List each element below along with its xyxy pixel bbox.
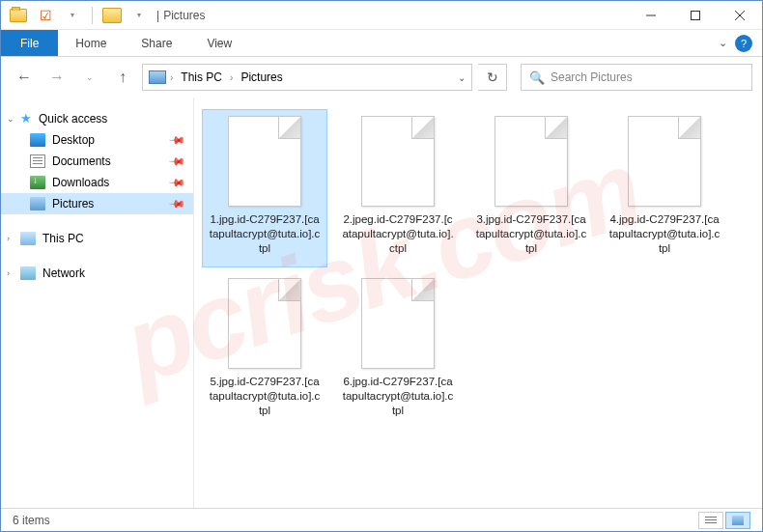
network-icon bbox=[20, 266, 36, 280]
content-area: ⌄ ★ Quick access Desktop 📌 Documents 📌 D… bbox=[1, 98, 762, 509]
chevron-right-icon[interactable]: › bbox=[7, 268, 10, 278]
address-bar: ← → ⌄ ↑ › This PC › Pictures ⌄ ↻ 🔍 bbox=[1, 57, 762, 98]
file-item[interactable]: 2.jpeg.id-C279F237.[catapultacrypt@tuta.… bbox=[335, 109, 461, 267]
sidebar-label: Documents bbox=[52, 154, 111, 168]
tab-file[interactable]: File bbox=[1, 30, 58, 56]
status-bar: 6 items bbox=[1, 508, 762, 531]
file-name: 5.jpg.id-C279F237.[catapultacrypt@tuta.i… bbox=[207, 375, 323, 418]
documents-icon bbox=[30, 154, 45, 168]
close-button[interactable] bbox=[718, 1, 762, 30]
file-name: 4.jpg.id-C279F237.[catapultacrypt@tuta.i… bbox=[607, 212, 722, 256]
file-name: 3.jpg.id-C279F237.[catapultacrypt@tuta.i… bbox=[473, 212, 589, 256]
pin-icon: 📌 bbox=[167, 152, 185, 170]
sidebar-label: Network bbox=[42, 266, 85, 280]
sidebar-label: Pictures bbox=[52, 197, 94, 210]
pictures-icon bbox=[30, 197, 45, 210]
breadcrumb-root[interactable]: This PC bbox=[177, 70, 226, 84]
sidebar-item-network[interactable]: › Network bbox=[1, 263, 193, 284]
pin-icon: 📌 bbox=[167, 194, 185, 212]
ribbon-tabs: File Home Share View ⌄ ? bbox=[1, 30, 762, 57]
item-count: 6 items bbox=[13, 514, 50, 527]
search-input[interactable] bbox=[551, 70, 744, 84]
title-dropdown-icon[interactable]: ▾ bbox=[127, 5, 151, 26]
sidebar-label: This PC bbox=[42, 232, 84, 245]
sidebar-label: Quick access bbox=[39, 112, 107, 126]
back-button[interactable]: ← bbox=[11, 64, 38, 91]
pin-icon: 📌 bbox=[167, 173, 185, 191]
titlebar: ☑ ▾ ▾ | Pictures bbox=[1, 1, 762, 30]
file-item[interactable]: 6.jpg.id-C279F237.[catapultacrypt@tuta.i… bbox=[335, 271, 461, 430]
sidebar-item-desktop[interactable]: Desktop 📌 bbox=[1, 129, 193, 151]
help-icon[interactable]: ? bbox=[735, 35, 752, 52]
downloads-icon bbox=[30, 176, 45, 189]
chevron-down-icon[interactable]: ⌄ bbox=[7, 114, 14, 124]
breadcrumb[interactable]: › This PC › Pictures ⌄ bbox=[142, 64, 472, 91]
view-toggles bbox=[698, 512, 750, 529]
title-separator: | bbox=[156, 9, 159, 22]
divider bbox=[92, 7, 93, 24]
qat-dropdown-icon[interactable]: ▾ bbox=[61, 5, 84, 26]
sidebar-label: Downloads bbox=[52, 176, 109, 189]
file-item[interactable]: 3.jpg.id-C279F237.[catapultacrypt@tuta.i… bbox=[468, 109, 594, 267]
sidebar-label: Desktop bbox=[52, 133, 95, 147]
file-icon bbox=[228, 278, 301, 369]
ribbon-expand-icon[interactable]: ⌄ bbox=[719, 37, 727, 49]
up-button[interactable]: ↑ bbox=[109, 64, 136, 91]
search-icon: 🔍 bbox=[529, 70, 545, 85]
search-box[interactable]: 🔍 bbox=[521, 64, 752, 91]
sidebar-item-pictures[interactable]: Pictures 📌 bbox=[1, 193, 193, 214]
details-view-button[interactable] bbox=[698, 512, 723, 529]
file-icon bbox=[361, 278, 435, 369]
window-title: Pictures bbox=[163, 9, 205, 22]
properties-icon[interactable]: ☑ bbox=[34, 5, 57, 26]
quick-access-toolbar: ☑ ▾ ▾ bbox=[1, 5, 151, 26]
forward-button[interactable]: → bbox=[43, 64, 71, 91]
svg-rect-1 bbox=[692, 11, 700, 19]
sidebar-item-downloads[interactable]: Downloads 📌 bbox=[1, 172, 193, 193]
pin-icon: 📌 bbox=[167, 130, 185, 149]
location-icon bbox=[149, 70, 166, 84]
minimize-button[interactable] bbox=[629, 1, 673, 30]
pc-icon bbox=[20, 232, 36, 245]
window-controls bbox=[629, 1, 762, 30]
thumbnails-view-button[interactable] bbox=[725, 512, 750, 529]
chevron-right-icon[interactable]: › bbox=[7, 234, 10, 243]
breadcrumb-dropdown-icon[interactable]: ⌄ bbox=[458, 72, 466, 83]
file-icon bbox=[495, 116, 568, 207]
file-name: 1.jpg.id-C279F237.[catapultacrypt@tuta.i… bbox=[207, 212, 323, 256]
recent-dropdown-icon[interactable]: ⌄ bbox=[76, 64, 103, 91]
app-icon[interactable] bbox=[7, 5, 30, 26]
sidebar-item-quick-access[interactable]: ⌄ ★ Quick access bbox=[1, 107, 193, 129]
file-icon bbox=[361, 116, 435, 207]
maximize-button[interactable] bbox=[673, 1, 718, 30]
file-item[interactable]: 1.jpg.id-C279F237.[catapultacrypt@tuta.i… bbox=[202, 109, 327, 267]
folder-icon bbox=[100, 5, 124, 26]
tab-view[interactable]: View bbox=[189, 30, 249, 56]
refresh-button[interactable]: ↻ bbox=[478, 64, 507, 91]
file-item[interactable]: 5.jpg.id-C279F237.[catapultacrypt@tuta.i… bbox=[202, 271, 327, 430]
file-name: 2.jpeg.id-C279F237.[catapultacrypt@tuta.… bbox=[340, 212, 456, 256]
desktop-icon bbox=[30, 133, 45, 147]
file-name: 6.jpg.id-C279F237.[catapultacrypt@tuta.i… bbox=[340, 375, 456, 418]
breadcrumb-current[interactable]: Pictures bbox=[237, 70, 286, 84]
sidebar-item-this-pc[interactable]: › This PC bbox=[1, 228, 193, 249]
file-view[interactable]: 1.jpg.id-C279F237.[catapultacrypt@tuta.i… bbox=[194, 98, 762, 509]
sidebar-item-documents[interactable]: Documents 📌 bbox=[1, 151, 193, 172]
file-item[interactable]: 4.jpg.id-C279F237.[catapultacrypt@tuta.i… bbox=[602, 109, 727, 267]
star-icon: ★ bbox=[20, 111, 32, 126]
file-icon bbox=[228, 116, 301, 207]
chevron-right-icon[interactable]: › bbox=[230, 72, 233, 83]
tab-home[interactable]: Home bbox=[58, 30, 124, 56]
file-icon bbox=[628, 116, 701, 207]
navigation-pane: ⌄ ★ Quick access Desktop 📌 Documents 📌 D… bbox=[1, 98, 194, 509]
tab-share[interactable]: Share bbox=[124, 30, 189, 56]
chevron-right-icon[interactable]: › bbox=[170, 72, 173, 83]
